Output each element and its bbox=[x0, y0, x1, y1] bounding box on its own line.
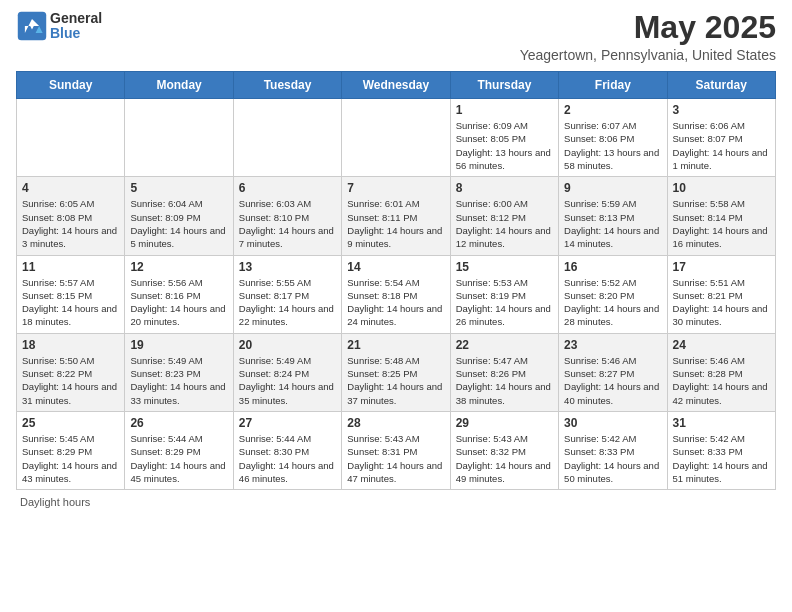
day-info: Sunrise: 6:09 AM Sunset: 8:05 PM Dayligh… bbox=[456, 119, 553, 172]
day-info: Sunrise: 5:56 AM Sunset: 8:16 PM Dayligh… bbox=[130, 276, 227, 329]
day-number: 3 bbox=[673, 103, 770, 117]
day-number: 16 bbox=[564, 260, 661, 274]
day-number: 2 bbox=[564, 103, 661, 117]
calendar-header-saturday: Saturday bbox=[667, 72, 775, 99]
calendar-cell: 11Sunrise: 5:57 AM Sunset: 8:15 PM Dayli… bbox=[17, 255, 125, 333]
day-number: 8 bbox=[456, 181, 553, 195]
calendar-cell: 20Sunrise: 5:49 AM Sunset: 8:24 PM Dayli… bbox=[233, 333, 341, 411]
logo-text: General Blue bbox=[50, 11, 102, 42]
logo-blue-text: Blue bbox=[50, 26, 102, 41]
calendar-cell: 7Sunrise: 6:01 AM Sunset: 8:11 PM Daylig… bbox=[342, 177, 450, 255]
calendar-cell: 31Sunrise: 5:42 AM Sunset: 8:33 PM Dayli… bbox=[667, 411, 775, 489]
day-number: 20 bbox=[239, 338, 336, 352]
day-info: Sunrise: 6:03 AM Sunset: 8:10 PM Dayligh… bbox=[239, 197, 336, 250]
calendar-week-row: 4Sunrise: 6:05 AM Sunset: 8:08 PM Daylig… bbox=[17, 177, 776, 255]
day-number: 13 bbox=[239, 260, 336, 274]
day-info: Sunrise: 5:52 AM Sunset: 8:20 PM Dayligh… bbox=[564, 276, 661, 329]
calendar-cell: 18Sunrise: 5:50 AM Sunset: 8:22 PM Dayli… bbox=[17, 333, 125, 411]
calendar-cell: 4Sunrise: 6:05 AM Sunset: 8:08 PM Daylig… bbox=[17, 177, 125, 255]
day-number: 7 bbox=[347, 181, 444, 195]
day-info: Sunrise: 5:48 AM Sunset: 8:25 PM Dayligh… bbox=[347, 354, 444, 407]
calendar-cell: 23Sunrise: 5:46 AM Sunset: 8:27 PM Dayli… bbox=[559, 333, 667, 411]
calendar-cell: 22Sunrise: 5:47 AM Sunset: 8:26 PM Dayli… bbox=[450, 333, 558, 411]
calendar-cell: 29Sunrise: 5:43 AM Sunset: 8:32 PM Dayli… bbox=[450, 411, 558, 489]
day-number: 5 bbox=[130, 181, 227, 195]
day-number: 18 bbox=[22, 338, 119, 352]
calendar-cell: 2Sunrise: 6:07 AM Sunset: 8:06 PM Daylig… bbox=[559, 99, 667, 177]
day-info: Sunrise: 5:58 AM Sunset: 8:14 PM Dayligh… bbox=[673, 197, 770, 250]
calendar-week-row: 11Sunrise: 5:57 AM Sunset: 8:15 PM Dayli… bbox=[17, 255, 776, 333]
day-number: 4 bbox=[22, 181, 119, 195]
page: General Blue May 2025 Yeagertown, Pennsy… bbox=[0, 0, 792, 612]
day-info: Sunrise: 6:01 AM Sunset: 8:11 PM Dayligh… bbox=[347, 197, 444, 250]
calendar-cell: 6Sunrise: 6:03 AM Sunset: 8:10 PM Daylig… bbox=[233, 177, 341, 255]
day-info: Sunrise: 5:47 AM Sunset: 8:26 PM Dayligh… bbox=[456, 354, 553, 407]
calendar-cell: 25Sunrise: 5:45 AM Sunset: 8:29 PM Dayli… bbox=[17, 411, 125, 489]
calendar-cell: 13Sunrise: 5:55 AM Sunset: 8:17 PM Dayli… bbox=[233, 255, 341, 333]
day-number: 17 bbox=[673, 260, 770, 274]
logo-general-text: General bbox=[50, 11, 102, 26]
calendar-week-row: 1Sunrise: 6:09 AM Sunset: 8:05 PM Daylig… bbox=[17, 99, 776, 177]
title-block: May 2025 Yeagertown, Pennsylvania, Unite… bbox=[520, 10, 776, 63]
day-info: Sunrise: 5:54 AM Sunset: 8:18 PM Dayligh… bbox=[347, 276, 444, 329]
day-number: 31 bbox=[673, 416, 770, 430]
day-info: Sunrise: 6:00 AM Sunset: 8:12 PM Dayligh… bbox=[456, 197, 553, 250]
day-info: Sunrise: 6:07 AM Sunset: 8:06 PM Dayligh… bbox=[564, 119, 661, 172]
footer-note: Daylight hours bbox=[16, 496, 776, 508]
day-number: 28 bbox=[347, 416, 444, 430]
logo: General Blue bbox=[16, 10, 102, 42]
calendar-cell: 24Sunrise: 5:46 AM Sunset: 8:28 PM Dayli… bbox=[667, 333, 775, 411]
calendar-week-row: 18Sunrise: 5:50 AM Sunset: 8:22 PM Dayli… bbox=[17, 333, 776, 411]
day-number: 29 bbox=[456, 416, 553, 430]
calendar-header-thursday: Thursday bbox=[450, 72, 558, 99]
day-number: 10 bbox=[673, 181, 770, 195]
day-info: Sunrise: 5:43 AM Sunset: 8:32 PM Dayligh… bbox=[456, 432, 553, 485]
day-number: 6 bbox=[239, 181, 336, 195]
day-number: 12 bbox=[130, 260, 227, 274]
calendar-cell: 8Sunrise: 6:00 AM Sunset: 8:12 PM Daylig… bbox=[450, 177, 558, 255]
day-info: Sunrise: 5:53 AM Sunset: 8:19 PM Dayligh… bbox=[456, 276, 553, 329]
day-number: 24 bbox=[673, 338, 770, 352]
day-info: Sunrise: 6:06 AM Sunset: 8:07 PM Dayligh… bbox=[673, 119, 770, 172]
day-info: Sunrise: 5:46 AM Sunset: 8:27 PM Dayligh… bbox=[564, 354, 661, 407]
calendar-cell: 12Sunrise: 5:56 AM Sunset: 8:16 PM Dayli… bbox=[125, 255, 233, 333]
calendar-header-row: SundayMondayTuesdayWednesdayThursdayFrid… bbox=[17, 72, 776, 99]
day-info: Sunrise: 5:44 AM Sunset: 8:29 PM Dayligh… bbox=[130, 432, 227, 485]
calendar-cell bbox=[342, 99, 450, 177]
calendar-cell: 9Sunrise: 5:59 AM Sunset: 8:13 PM Daylig… bbox=[559, 177, 667, 255]
day-number: 26 bbox=[130, 416, 227, 430]
day-info: Sunrise: 5:55 AM Sunset: 8:17 PM Dayligh… bbox=[239, 276, 336, 329]
calendar-week-row: 25Sunrise: 5:45 AM Sunset: 8:29 PM Dayli… bbox=[17, 411, 776, 489]
day-number: 23 bbox=[564, 338, 661, 352]
month-title: May 2025 bbox=[520, 10, 776, 45]
calendar-header-friday: Friday bbox=[559, 72, 667, 99]
day-info: Sunrise: 6:04 AM Sunset: 8:09 PM Dayligh… bbox=[130, 197, 227, 250]
day-info: Sunrise: 6:05 AM Sunset: 8:08 PM Dayligh… bbox=[22, 197, 119, 250]
header: General Blue May 2025 Yeagertown, Pennsy… bbox=[16, 10, 776, 63]
day-number: 19 bbox=[130, 338, 227, 352]
day-info: Sunrise: 5:51 AM Sunset: 8:21 PM Dayligh… bbox=[673, 276, 770, 329]
generalblue-logo-icon bbox=[16, 10, 48, 42]
calendar-cell: 15Sunrise: 5:53 AM Sunset: 8:19 PM Dayli… bbox=[450, 255, 558, 333]
day-info: Sunrise: 5:45 AM Sunset: 8:29 PM Dayligh… bbox=[22, 432, 119, 485]
calendar-cell bbox=[17, 99, 125, 177]
calendar-header-wednesday: Wednesday bbox=[342, 72, 450, 99]
day-info: Sunrise: 5:49 AM Sunset: 8:23 PM Dayligh… bbox=[130, 354, 227, 407]
calendar-table: SundayMondayTuesdayWednesdayThursdayFrid… bbox=[16, 71, 776, 490]
day-number: 30 bbox=[564, 416, 661, 430]
day-info: Sunrise: 5:49 AM Sunset: 8:24 PM Dayligh… bbox=[239, 354, 336, 407]
calendar-cell: 21Sunrise: 5:48 AM Sunset: 8:25 PM Dayli… bbox=[342, 333, 450, 411]
day-number: 15 bbox=[456, 260, 553, 274]
day-number: 9 bbox=[564, 181, 661, 195]
day-number: 11 bbox=[22, 260, 119, 274]
calendar-header-sunday: Sunday bbox=[17, 72, 125, 99]
day-info: Sunrise: 5:59 AM Sunset: 8:13 PM Dayligh… bbox=[564, 197, 661, 250]
day-info: Sunrise: 5:50 AM Sunset: 8:22 PM Dayligh… bbox=[22, 354, 119, 407]
location-title: Yeagertown, Pennsylvania, United States bbox=[520, 47, 776, 63]
calendar-cell: 19Sunrise: 5:49 AM Sunset: 8:23 PM Dayli… bbox=[125, 333, 233, 411]
calendar-cell: 30Sunrise: 5:42 AM Sunset: 8:33 PM Dayli… bbox=[559, 411, 667, 489]
daylight-hours-label: Daylight hours bbox=[20, 496, 90, 508]
calendar-header-tuesday: Tuesday bbox=[233, 72, 341, 99]
day-info: Sunrise: 5:46 AM Sunset: 8:28 PM Dayligh… bbox=[673, 354, 770, 407]
day-number: 25 bbox=[22, 416, 119, 430]
